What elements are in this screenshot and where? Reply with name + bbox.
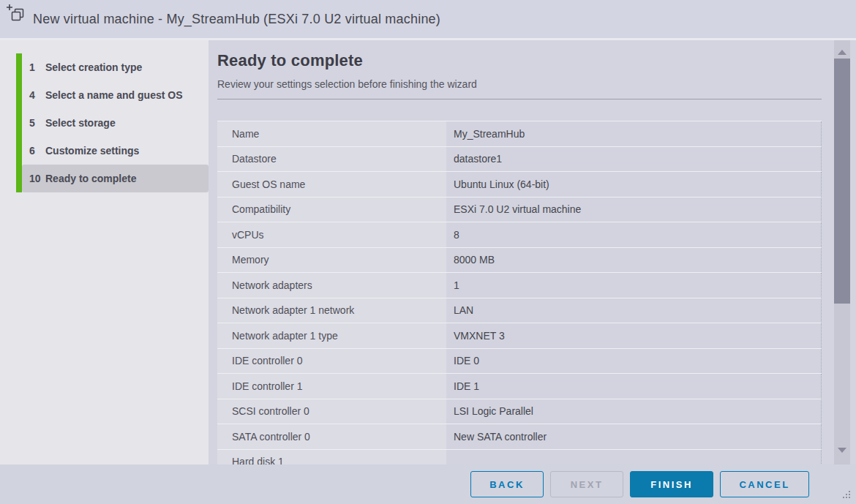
step-label: Select storage (45, 117, 116, 129)
summary-row: Memory 8000 MB (217, 248, 822, 274)
summary-row-label: Network adapter 1 network (217, 298, 446, 323)
summary-row-value: IDE 1 (446, 374, 822, 399)
summary-row-label: Name (217, 121, 446, 146)
summary-row-value: LSI Logic Parallel (446, 399, 822, 424)
summary-row-label: Memory (217, 248, 446, 273)
summary-row-value: VMXNET 3 (446, 323, 822, 348)
step-label: Select creation type (45, 61, 142, 73)
header-divider (217, 99, 822, 99)
summary-row-value: My_StreamHub (446, 121, 822, 146)
summary-row-label: Network adapters (217, 273, 446, 298)
summary-row-label: SCSI controller 0 (217, 399, 446, 424)
wizard-step[interactable]: 1 Select creation type (22, 53, 209, 81)
summary-row: Network adapter 1 type VMXNET 3 (217, 323, 822, 349)
summary-row-label: Guest OS name (217, 172, 446, 197)
summary-row-label: Hard disk 1 (217, 450, 446, 465)
summary-row-value: New SATA controller (446, 424, 822, 449)
next-button[interactable]: NEXT (550, 471, 623, 497)
summary-row-value (446, 450, 822, 465)
summary-row: vCPUs 8 (217, 222, 822, 248)
wizard-step[interactable]: 4 Select a name and guest OS (22, 81, 209, 109)
summary-row-label: Network adapter 1 type (217, 323, 446, 348)
summary-row-value: ESXi 7.0 U2 virtual machine (446, 198, 822, 222)
wizard-step[interactable]: 10 Ready to complete (22, 165, 209, 192)
resize-grip-icon[interactable] (843, 491, 852, 500)
step-label: Select a name and guest OS (45, 89, 183, 101)
titlebar: New virtual machine - My_StreamHub (ESXi… (0, 0, 856, 40)
vertical-scrollbar[interactable] (834, 40, 850, 464)
summary-row: SATA controller 0 New SATA controller (217, 424, 822, 450)
step-number: 6 (29, 145, 45, 157)
step-label: Ready to complete (45, 173, 136, 184)
ready-to-complete-panel: Ready to complete Review your settings s… (209, 40, 856, 464)
wizard-footer: BACK NEXT FINISH CANCEL (0, 464, 856, 504)
progress-green-bar (16, 53, 22, 192)
wizard-body: 1 Select creation type 4 Select a name a… (0, 40, 856, 464)
cancel-button[interactable]: CANCEL (720, 471, 809, 497)
scroll-up-icon[interactable] (838, 50, 846, 55)
summary-row-value: datastore1 (446, 147, 822, 172)
summary-row-label: Datastore (217, 147, 446, 172)
wizard-step[interactable]: 5 Select storage (22, 109, 209, 137)
summary-row-value: 8000 MB (446, 248, 822, 273)
summary-row-label: vCPUs (217, 222, 446, 247)
summary-row-value: IDE 0 (446, 349, 822, 374)
summary-row-value: Ubuntu Linux (64-bit) (446, 172, 822, 197)
summary-row: Hard disk 1 (217, 450, 822, 465)
page-subtitle: Review your settings selection before fi… (217, 78, 856, 90)
page-title: Ready to complete (217, 51, 856, 70)
new-vm-wizard-dialog: New virtual machine - My_StreamHub (ESXi… (0, 0, 856, 504)
step-number: 10 (29, 173, 45, 184)
window-title: New virtual machine - My_StreamHub (ESXi… (33, 12, 440, 27)
summary-row: IDE controller 1 IDE 1 (217, 374, 822, 399)
summary-row: Network adapter 1 network LAN (217, 298, 822, 324)
step-number: 1 (29, 61, 45, 73)
summary-row: Compatibility ESXi 7.0 U2 virtual machin… (217, 198, 822, 223)
summary-row: Name My_StreamHub (217, 121, 822, 147)
step-label: Customize settings (45, 145, 139, 157)
summary-row-label: Compatibility (217, 198, 446, 222)
summary-row: Datastore datastore1 (217, 147, 822, 173)
new-vm-icon (6, 4, 26, 26)
summary-row-label: IDE controller 0 (217, 349, 446, 374)
summary-row-value: 8 (446, 222, 822, 247)
back-button[interactable]: BACK (470, 471, 544, 497)
steps-list: 1 Select creation type 4 Select a name a… (0, 53, 209, 192)
step-number: 5 (29, 117, 45, 129)
settings-summary-table: Name My_StreamHub Datastore datastore1 G… (217, 121, 822, 464)
finish-button[interactable]: FINISH (630, 471, 713, 497)
summary-row: IDE controller 0 IDE 0 (217, 349, 822, 375)
scroll-down-icon[interactable] (838, 448, 846, 453)
wizard-step[interactable]: 6 Customize settings (22, 137, 209, 165)
summary-row-value: 1 (446, 273, 822, 298)
summary-row-label: SATA controller 0 (217, 424, 446, 449)
summary-row-label: IDE controller 1 (217, 374, 446, 399)
summary-row: Network adapters 1 (217, 273, 822, 298)
wizard-steps-sidebar: 1 Select creation type 4 Select a name a… (0, 40, 209, 464)
summary-row: SCSI controller 0 LSI Logic Parallel (217, 399, 822, 425)
summary-row: Guest OS name Ubuntu Linux (64-bit) (217, 172, 822, 198)
scrollbar-thumb[interactable] (834, 59, 850, 304)
step-number: 4 (29, 89, 45, 101)
summary-row-value: LAN (446, 298, 822, 323)
